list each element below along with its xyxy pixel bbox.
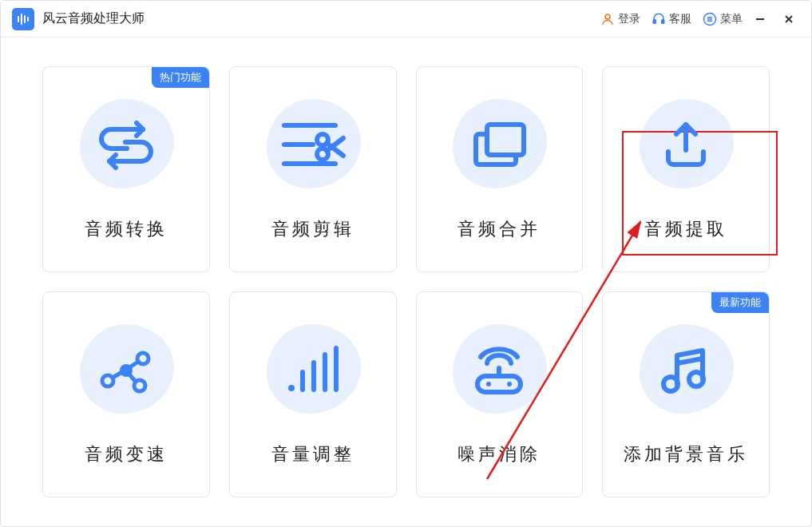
close-button[interactable]: [778, 8, 800, 30]
card-label: 音频提取: [644, 217, 727, 241]
badge-new: 最新功能: [711, 292, 769, 313]
svg-point-30: [288, 385, 295, 391]
svg-line-39: [677, 359, 703, 363]
volume-icon: [265, 323, 361, 418]
card-label: 音频剪辑: [271, 217, 355, 241]
login-button[interactable]: 登录: [600, 12, 640, 26]
card-label: 添加背景音乐: [624, 442, 748, 466]
merge-icon: [451, 97, 547, 193]
headset-icon: [652, 12, 666, 26]
card-volume-adjust[interactable]: 音量调整: [229, 291, 397, 497]
support-button[interactable]: 客服: [652, 12, 691, 26]
login-label: 登录: [618, 12, 640, 26]
speed-icon: [78, 323, 174, 418]
card-label: 音频变速: [85, 442, 168, 466]
card-label: 噪声消除: [457, 442, 541, 466]
menu-button[interactable]: 菜单: [703, 12, 743, 26]
card-label: 音频合并: [457, 217, 541, 241]
app-title: 风云音频处理大师: [42, 10, 145, 27]
card-label: 音频转换: [85, 217, 168, 241]
svg-point-40: [663, 377, 678, 391]
titlebar: 风云音频处理大师 登录 客服 菜单: [1, 1, 811, 38]
card-audio-speed[interactable]: 音频变速: [42, 291, 210, 497]
card-audio-merge[interactable]: 音频合并: [416, 66, 584, 272]
svg-point-4: [605, 14, 610, 19]
extract-icon: [638, 97, 734, 193]
minimize-button[interactable]: [749, 8, 771, 30]
svg-rect-5: [653, 19, 656, 23]
menu-list-icon: [703, 12, 717, 26]
support-label: 客服: [669, 12, 691, 26]
app-logo-icon: [12, 8, 34, 30]
svg-point-36: [486, 382, 491, 386]
svg-rect-6: [662, 19, 664, 23]
svg-point-37: [507, 382, 512, 386]
cut-icon: [265, 97, 361, 193]
card-audio-cut[interactable]: 音频剪辑: [229, 66, 397, 272]
svg-line-29: [130, 375, 136, 382]
svg-line-28: [131, 362, 138, 367]
card-label: 音量调整: [271, 442, 355, 466]
main-grid: 热门功能 音频转换: [1, 38, 811, 526]
user-icon: [600, 12, 615, 26]
card-add-bgm[interactable]: 最新功能 添加背景音乐: [602, 291, 770, 497]
badge-hot: 热门功能: [152, 67, 209, 88]
svg-rect-21: [487, 125, 524, 155]
menu-label: 菜单: [720, 12, 743, 26]
svg-point-41: [689, 372, 703, 386]
card-audio-convert[interactable]: 热门功能 音频转换: [42, 66, 210, 272]
bgm-icon: [638, 323, 734, 418]
app-window: 风云音频处理大师 登录 客服 菜单 热门: [0, 0, 812, 527]
svg-line-27: [113, 373, 121, 378]
convert-icon: [78, 97, 174, 193]
card-denoise[interactable]: 噪声消除: [416, 291, 584, 497]
card-audio-extract[interactable]: 音频提取: [602, 66, 770, 272]
denoise-icon: [451, 323, 547, 418]
